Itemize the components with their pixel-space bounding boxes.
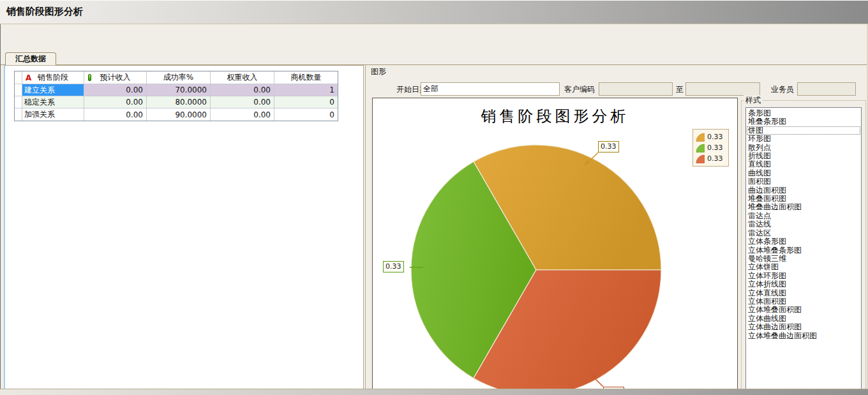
style-caption: 样式 — [744, 95, 763, 106]
graph-panel-caption: 图形 — [371, 66, 386, 77]
chart-legend: 0.330.330.33 — [692, 129, 729, 167]
window-left-edge — [0, 24, 1, 395]
style-list-item[interactable]: 立体堆叠条形图 — [747, 246, 860, 255]
table-row[interactable]: 加强关系0.0090.00000.000 — [15, 108, 338, 121]
start-date-input[interactable] — [421, 82, 560, 96]
style-list-item[interactable]: 直线图 — [747, 160, 860, 168]
customer-code-input[interactable] — [599, 82, 673, 96]
style-list-item[interactable]: 立体曲线图 — [747, 315, 860, 323]
main-area: 汇总数据 A 销售阶段 预计收入 成功率% 权重收入 — [0, 24, 868, 389]
value-cell[interactable]: 0.00 — [84, 96, 147, 108]
value-cell[interactable]: 80.0000 — [147, 96, 211, 108]
tab-summary-data[interactable]: 汇总数据 — [5, 52, 56, 65]
style-list-item[interactable]: 雷达点 — [747, 212, 860, 220]
style-list-item[interactable]: 堆叠面积图 — [747, 195, 860, 203]
value-cell[interactable]: 0 — [274, 96, 338, 108]
style-list-item[interactable]: 面积图 — [747, 177, 860, 186]
salesman-input[interactable] — [797, 82, 856, 96]
legend-entry: 0.33 — [696, 142, 726, 153]
legend-entry: 0.33 — [696, 131, 726, 142]
style-list-item[interactable]: 立体堆叠面积图 — [747, 306, 860, 314]
value-cell[interactable]: 90.0000 — [147, 108, 211, 121]
slice-value-callout: 0.33 — [598, 141, 619, 153]
legend-swatch — [696, 144, 705, 153]
red-letter-a-icon: A — [26, 74, 31, 82]
value-cell[interactable]: 1 — [274, 84, 338, 96]
style-list-item[interactable]: 堆叠曲边面积图 — [747, 203, 860, 211]
value-cell[interactable]: 70.0000 — [147, 84, 211, 96]
style-list-item[interactable]: 立体条形图 — [747, 237, 860, 246]
legend-swatch — [696, 133, 705, 142]
customer-code-label: 客户编码 — [564, 83, 595, 96]
graph-panel: 图形 开始日期 客户编码 至 业务员 销售阶段图形分析 0.33 0.33 0.… — [365, 65, 867, 395]
style-list-item[interactable]: 曼哈顿三维 — [747, 255, 860, 263]
value-cell[interactable]: 0.00 — [211, 96, 274, 108]
value-cell[interactable]: 0.00 — [84, 108, 147, 121]
style-list-item[interactable]: 立体环形图 — [747, 272, 860, 280]
column-header-opportunity-count[interactable]: 商机数量 — [274, 71, 338, 84]
legend-entry: 0.33 — [696, 153, 726, 164]
chart-style-list: 条形图堆叠条形图饼图环形图散列点折线图直线图曲线图面积图曲边面积图堆叠面积图堆叠… — [745, 107, 862, 395]
table-header-row: A 销售阶段 预计收入 成功率% 权重收入 商机数量 — [15, 71, 338, 84]
stage-cell[interactable]: 加强关系 — [22, 108, 84, 121]
to-label: 至 — [676, 83, 684, 96]
legend-value: 0.33 — [707, 144, 723, 152]
legend-swatch — [696, 154, 705, 163]
column-header-label: 成功率% — [163, 72, 193, 83]
style-list-item[interactable]: 条形图 — [747, 109, 860, 117]
column-header-expected-income[interactable]: 预计收入 — [84, 71, 147, 84]
salesman-label: 业务员 — [771, 83, 794, 96]
style-list-item[interactable]: 立体堆叠曲边面积图 — [747, 332, 860, 340]
style-list-item[interactable]: 饼图 — [747, 126, 860, 135]
style-list-item[interactable]: 曲线图 — [747, 169, 860, 177]
pie-chart — [373, 98, 738, 395]
style-list-item[interactable]: 立体面积图 — [747, 297, 860, 306]
tab-label: 汇总数据 — [15, 54, 46, 64]
style-list-item[interactable]: 环形图 — [747, 135, 860, 143]
table-row[interactable]: 稳定关系0.0080.00000.000 — [15, 96, 338, 108]
style-list-item[interactable]: 曲边面积图 — [747, 186, 860, 195]
row-indicator-cell[interactable] — [15, 108, 22, 121]
value-cell[interactable]: 0.00 — [84, 84, 147, 96]
column-header-label: 预计收入 — [100, 72, 131, 83]
style-list-item[interactable]: 雷达区 — [747, 229, 860, 237]
window-title: 销售阶段图形分析 — [6, 6, 83, 18]
column-header-label: 商机数量 — [291, 72, 322, 83]
value-cell[interactable]: 0.00 — [211, 84, 274, 96]
row-indicator-cell[interactable] — [15, 84, 22, 96]
style-list-item[interactable]: 立体折线图 — [747, 280, 860, 288]
column-header-weighted-income[interactable]: 权重收入 — [211, 71, 274, 84]
value-cell[interactable]: 0.00 — [211, 108, 274, 121]
row-indicator-cell[interactable] — [15, 96, 22, 108]
slice-value-callout: 0.33 — [383, 261, 404, 272]
customer-code-to-input[interactable] — [685, 82, 760, 96]
style-list-item[interactable]: 散列点 — [747, 144, 860, 152]
style-list-item[interactable]: 折线图 — [747, 152, 860, 160]
style-list-item[interactable]: 堆叠条形图 — [747, 117, 860, 126]
stage-cell[interactable]: 稳定关系 — [22, 96, 84, 108]
value-cell[interactable]: 0 — [274, 108, 338, 121]
table-row[interactable]: 建立关系0.0070.00000.001 — [15, 84, 338, 96]
row-indicator-header[interactable] — [15, 71, 22, 84]
column-header-label: 权重收入 — [227, 72, 258, 83]
window-bottom-strip — [0, 389, 868, 395]
summary-table: A 销售阶段 预计收入 成功率% 权重收入 商机数量 建立关系0.0070.00… — [14, 71, 338, 121]
column-header-stage[interactable]: A 销售阶段 — [22, 71, 84, 84]
summary-panel: A 销售阶段 预计收入 成功率% 权重收入 商机数量 建立关系0.0070.00… — [4, 65, 364, 395]
stage-cell[interactable]: 建立关系 — [22, 84, 84, 96]
window-titlebar: 销售阶段图形分析 — [0, 0, 868, 24]
style-list-item[interactable]: 立体饼图 — [747, 263, 860, 271]
legend-value: 0.33 — [707, 133, 723, 141]
chart-title: 销售阶段图形分析 — [373, 106, 737, 126]
green-bar-icon — [88, 74, 91, 81]
style-list-item[interactable]: 立体直线图 — [747, 289, 860, 297]
column-header-label: 销售阶段 — [38, 72, 68, 83]
style-list-item[interactable]: 雷达线 — [747, 220, 860, 228]
style-list-item[interactable]: 立体曲边面积图 — [747, 323, 860, 331]
column-header-success-rate[interactable]: 成功率% — [147, 71, 211, 84]
pie-chart-area: 销售阶段图形分析 0.33 0.33 0.33 0.330.330.33 — [372, 98, 738, 395]
legend-value: 0.33 — [707, 154, 723, 163]
sales-stage-analysis-window: { "window": { "title": "销售阶段图形分析" }, "ta… — [0, 0, 868, 395]
